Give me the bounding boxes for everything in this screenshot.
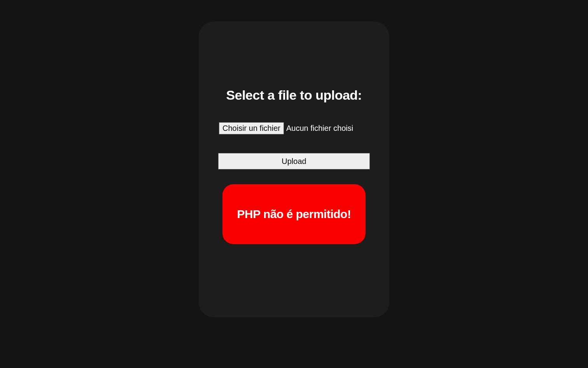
file-status-text: Aucun fichier choisi: [286, 124, 353, 133]
upload-title: Select a file to upload:: [226, 88, 362, 103]
error-message: PHP não é permitido!: [237, 208, 351, 221]
upload-card: Select a file to upload: Choisir un fich…: [199, 21, 389, 317]
upload-button[interactable]: Upload: [218, 153, 370, 169]
error-box: PHP não é permitido!: [222, 184, 366, 244]
file-input-row: Choisir un fichier Aucun fichier choisi: [219, 122, 353, 134]
choose-file-button[interactable]: Choisir un fichier: [219, 122, 284, 134]
